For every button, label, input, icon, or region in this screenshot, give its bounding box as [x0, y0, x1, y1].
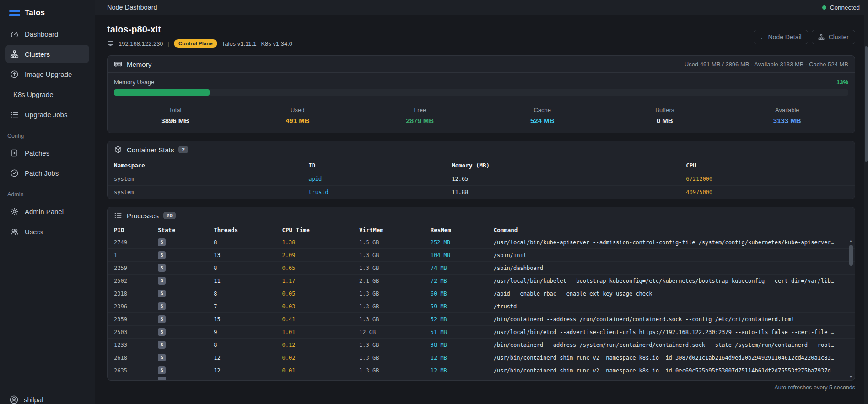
sidebar-item-admin-panel[interactable]: Admin Panel — [5, 202, 89, 221]
scroll-up-icon[interactable]: ▲ — [850, 239, 852, 243]
processes-rows: 2749 S 8 1.38 1.5 GB 252 MB /usr/local/b… — [108, 236, 855, 377]
node-identity: talos-p80-xit 192.168.122.230 | Control … — [107, 22, 292, 48]
process-virtmem: 1.3 GB — [359, 252, 431, 259]
sidebar-user[interactable]: shilpal — [0, 388, 95, 404]
memory-stats: Total 3896 MB Used 491 MB Free 2879 MB — [114, 107, 848, 124]
process-resmem: 60 MB — [431, 291, 494, 297]
process-command: /bin/containerd --address /run/container… — [494, 316, 848, 323]
process-pid: 1233 — [114, 342, 158, 348]
sidebar-item-label: Clusters — [25, 50, 50, 58]
sidebar-item-label: Admin Panel — [25, 208, 64, 215]
page-title: Node Dashboard — [107, 4, 157, 11]
memory-stat-buffers: Buffers 0 MB — [604, 107, 726, 124]
sidebar-item-label: Upgrade Jobs — [25, 111, 67, 119]
process-threads: 8 — [214, 265, 282, 271]
cluster-button[interactable]: Cluster — [812, 30, 855, 44]
process-virtmem: 1.3 GB — [359, 367, 431, 374]
table-scrollbar-thumb[interactable] — [849, 245, 853, 266]
process-threads: 15 — [214, 316, 282, 323]
table-row-partial — [108, 377, 855, 380]
table-row: system apid 12.65 67212000 — [108, 172, 855, 185]
sidebar-footer: shilpal — [0, 388, 95, 404]
table-row: 2396 S 7 0.03 1.3 GB 59 MB /trustd — [108, 300, 855, 312]
node-header: talos-p80-xit 192.168.122.230 | Control … — [107, 22, 855, 48]
container-table-header: Namespace ID Memory (MB) CPU — [108, 158, 855, 172]
process-command: /usr/local/bin/kube-apiserver --admissio… — [494, 239, 848, 246]
content: talos-p80-xit 192.168.122.230 | Control … — [95, 15, 868, 404]
process-resmem: 38 MB — [431, 342, 494, 348]
process-resmem: 51 MB — [431, 329, 494, 335]
processes-table-header: PID State Threads CPU Time VirtMem ResMe… — [108, 224, 855, 236]
process-resmem: 104 MB — [431, 252, 494, 259]
sidebar-section-config: Config — [0, 124, 95, 143]
process-virtmem: 1.3 GB — [359, 291, 431, 297]
scroll-down-icon[interactable]: ▼ — [850, 375, 852, 379]
container-cpu: 40975000 — [686, 189, 848, 195]
process-resmem: 72 MB — [431, 278, 494, 284]
process-pid: 1 — [114, 252, 158, 259]
memory-usage-label: Memory Usage — [114, 79, 154, 86]
sidebar-item-label: Image Upgrade — [25, 70, 72, 78]
sidebar-item-dashboard[interactable]: Dashboard — [5, 25, 89, 43]
memory-card-title: Memory — [127, 60, 151, 68]
process-pid: 2503 — [114, 329, 158, 335]
process-resmem: 52 MB — [431, 316, 494, 323]
process-virtmem: 1.3 GB — [359, 303, 431, 310]
process-cpu-time: 1.01 — [282, 329, 360, 335]
process-virtmem: 1.3 GB — [359, 342, 431, 348]
table-row: system trustd 11.88 40975000 — [108, 185, 855, 199]
sidebar-item-clusters[interactable]: Clusters — [5, 45, 89, 63]
auto-refresh-note: Auto-refreshes every 5 seconds — [775, 384, 855, 391]
container-id-link[interactable]: apid — [308, 176, 452, 182]
footer: Auto-refreshes every 5 seconds — [107, 381, 855, 395]
process-pid: 2618 — [114, 355, 158, 361]
process-cpu-time: 1.17 — [282, 278, 360, 284]
sidebar-item-image-upgrade[interactable]: Image Upgrade — [5, 65, 89, 83]
page-scrollbar[interactable] — [864, 15, 868, 404]
dashboard-icon — [10, 30, 19, 38]
upgrade-jobs-icon — [10, 110, 19, 119]
process-pid: 2749 — [114, 239, 158, 246]
sidebar-item-label: Dashboard — [25, 30, 58, 38]
topbar: Node Dashboard Connected — [95, 0, 868, 15]
node-ip: 192.168.122.230 — [119, 40, 163, 47]
sidebar-item-patch-jobs[interactable]: Patch Jobs — [5, 164, 89, 182]
meta-separator: | — [168, 40, 169, 47]
process-state-badge: S — [158, 264, 166, 272]
processes-table: PID State Threads CPU Time VirtMem ResMe… — [108, 224, 855, 380]
process-cpu-time: 0.02 — [282, 355, 360, 361]
memory-card-header: Memory Used 491 MB / 3896 MB · Available… — [108, 56, 855, 73]
status-dot-icon — [822, 5, 826, 10]
container-count-badge: 2 — [178, 146, 188, 153]
container-id-link[interactable]: trustd — [308, 189, 452, 195]
gear-icon — [10, 207, 19, 216]
process-state-badge: S — [158, 238, 166, 246]
user-avatar-icon — [9, 395, 19, 404]
table-row: 2618 S 12 0.02 1.3 GB 12 MB /usr/bin/con… — [108, 351, 855, 364]
memory-card: Memory Used 491 MB / 3896 MB · Available… — [107, 55, 855, 133]
process-threads: 12 — [214, 367, 282, 374]
memory-stat-total: Total 3896 MB — [114, 107, 237, 124]
sidebar-item-label: Patch Jobs — [25, 169, 59, 177]
page-scrollbar-thumb[interactable] — [865, 46, 868, 162]
sidebar-item-k8s-upgrade[interactable]: K8s Upgrade — [5, 85, 89, 103]
memory-icon — [114, 60, 122, 68]
table-row: 2502 S 11 1.17 2.1 GB 72 MB /usr/local/b… — [108, 274, 855, 287]
processes-icon — [114, 211, 122, 220]
logo[interactable]: Talos — [0, 5, 95, 24]
node-meta: 192.168.122.230 | Control Plane Talos v1… — [107, 39, 292, 48]
sidebar-item-patches[interactable]: Patches — [5, 144, 89, 162]
sidebar-item-upgrade-jobs[interactable]: Upgrade Jobs — [5, 105, 89, 124]
table-row: 2259 S 8 0.65 1.3 GB 74 MB /sbin/dashboa… — [108, 261, 855, 274]
sidebar-item-users[interactable]: Users — [5, 222, 89, 241]
container-icon — [114, 145, 122, 154]
process-state-badge: S — [158, 328, 166, 336]
process-command: /bin/containerd --address /system/run/co… — [494, 342, 848, 348]
sidebar-item-label: Patches — [25, 149, 49, 157]
sidebar-item-label: Users — [25, 228, 43, 236]
process-resmem: 252 MB — [431, 239, 494, 246]
process-state-badge: S — [158, 251, 166, 259]
node-detail-button[interactable]: ← Node Detail — [754, 30, 808, 44]
process-command: /usr/local/bin/etcd --advertise-client-u… — [494, 329, 848, 335]
processes-count-badge: 20 — [163, 212, 176, 219]
